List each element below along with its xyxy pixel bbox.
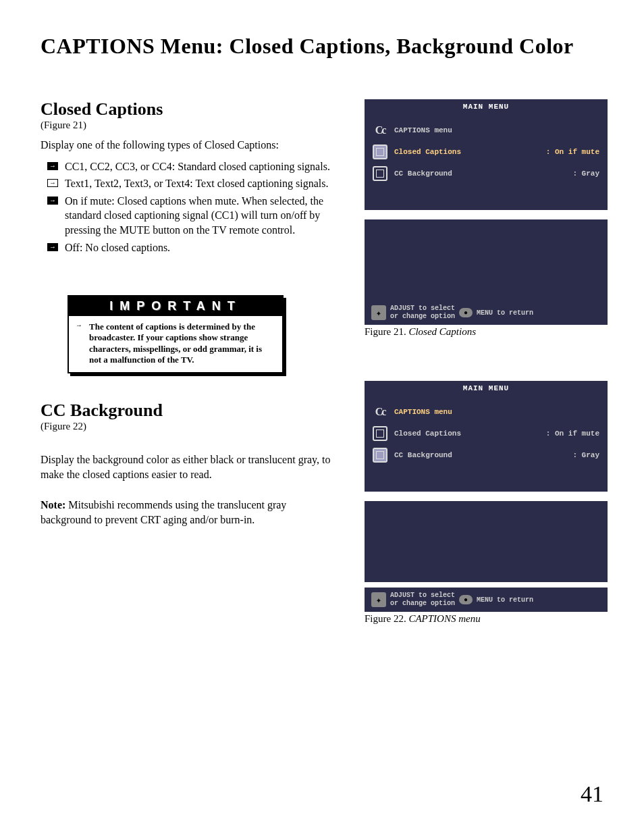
tv-title: MAIN MENU (365, 381, 608, 396)
tv-row-label: Closed Captions (394, 148, 539, 156)
dpad-icon: ✦ (371, 305, 386, 320)
tv-footer: ✦ ADJUST to select or change option ● ME… (365, 588, 608, 612)
cc-background-note: Note: Mitsubishi recommends using the tr… (41, 498, 338, 527)
left-column: Closed Captions (Figure 21) Display one … (41, 99, 338, 625)
figure-number: Figure 21. (365, 326, 406, 337)
figure-21-caption: Figure 21. Closed Captions (365, 326, 608, 338)
tv-row-label: CC Background (394, 170, 566, 178)
arrow-icon (47, 179, 58, 187)
arrow-icon (47, 197, 58, 205)
tv-footer-line2: or change option (390, 600, 455, 607)
tv-row-value: : On if mute (546, 429, 599, 438)
square-icon (373, 145, 387, 159)
cc-background-heading: CC Background (41, 400, 338, 421)
tv-footer-line1: ADJUST to select (390, 305, 455, 312)
page-title: CAPTIONS Menu: Closed Captions, Backgrou… (41, 34, 603, 59)
tv-row-value: : Gray (572, 451, 599, 459)
list-item: On if mute: Closed captions when mute. W… (47, 194, 338, 238)
closed-captions-options-list: CC1, CC2, CC3, or CC4: Standard closed c… (41, 159, 338, 255)
tv-row-closed-captions: Closed Captions : On if mute (373, 423, 599, 444)
list-item: CC1, CC2, CC3, or CC4: Standard closed c… (47, 159, 338, 174)
figure-22-ref: (Figure 22) (41, 421, 338, 432)
tv-row-captions-menu: Cc CAPTIONS menu (373, 120, 599, 141)
cc-icon: Cc (373, 405, 387, 419)
note-text: Mitsubishi recommends using the transluc… (41, 499, 286, 525)
tv-row-label: CC Background (394, 451, 566, 459)
square-icon (373, 166, 387, 181)
closed-captions-intro: Display one of the following types of Cl… (41, 138, 338, 153)
arrow-icon (74, 323, 84, 328)
tv-row-value: : Gray (572, 170, 599, 178)
list-item-text: CC1, CC2, CC3, or CC4: Standard closed c… (65, 161, 330, 172)
tv-row-value: : On if mute (546, 148, 599, 156)
tv-row-closed-captions: Closed Captions : On if mute (373, 141, 599, 163)
important-header: IMPORTANT (69, 296, 282, 316)
figure-22-caption: Figure 22. CAPTIONS menu (365, 613, 608, 625)
arrow-icon (47, 162, 58, 170)
tv-row-cc-background: CC Background : Gray (373, 163, 599, 184)
tv-footer-right: MENU to return (477, 596, 533, 604)
closed-captions-heading: Closed Captions (41, 99, 338, 120)
tv-footer: ✦ ADJUST to select or change option ● ME… (365, 301, 608, 325)
figure-21-tv-screenshot: MAIN MENU Cc CAPTIONS menu Closed Captio… (365, 99, 608, 338)
list-item-text: Off: No closed captions. (65, 242, 170, 253)
menu-button-icon: ● (459, 595, 473, 604)
note-label: Note: (41, 499, 65, 511)
square-icon (373, 448, 387, 463)
right-column: MAIN MENU Cc CAPTIONS menu Closed Captio… (365, 99, 608, 625)
page-number: 41 (581, 781, 603, 807)
figure-21-ref: (Figure 21) (41, 120, 338, 131)
tv-row-label: CAPTIONS menu (394, 126, 599, 134)
menu-button-icon: ● (459, 308, 473, 317)
tv-title: MAIN MENU (365, 99, 608, 114)
tv-footer-line1: ADJUST to select (390, 592, 455, 599)
tv-row-label: CAPTIONS menu (394, 408, 599, 416)
tv-footer-right: MENU to return (477, 309, 533, 317)
tv-row-label: Closed Captions (394, 429, 539, 438)
figure-caption-text: CAPTIONS menu (406, 613, 481, 624)
list-item: Text1, Text2, Text3, or Text4: Text clos… (47, 176, 338, 191)
tv-footer-line2: or change option (390, 313, 455, 320)
list-item-text: Text1, Text2, Text3, or Text4: Text clos… (65, 178, 329, 189)
important-text: The content of captions is determined by… (76, 321, 275, 365)
dpad-icon: ✦ (371, 592, 386, 607)
list-item: Off: No closed captions. (47, 240, 338, 255)
tv-row-cc-background: CC Background : Gray (373, 444, 599, 466)
tv-row-captions-menu: Cc CAPTIONS menu (373, 401, 599, 423)
figure-caption-text: Closed Captions (406, 326, 476, 337)
figure-number: Figure 22. (365, 613, 406, 624)
cc-icon: Cc (373, 123, 387, 138)
important-box: IMPORTANT The content of captions is det… (68, 295, 284, 373)
list-item-text: On if mute: Closed captions when mute. W… (65, 195, 323, 236)
arrow-icon (47, 243, 58, 251)
figure-22-tv-screenshot: MAIN MENU Cc CAPTIONS menu Closed Captio… (365, 381, 608, 625)
cc-background-body: Display the background color as either b… (41, 452, 338, 481)
square-icon (373, 426, 387, 441)
